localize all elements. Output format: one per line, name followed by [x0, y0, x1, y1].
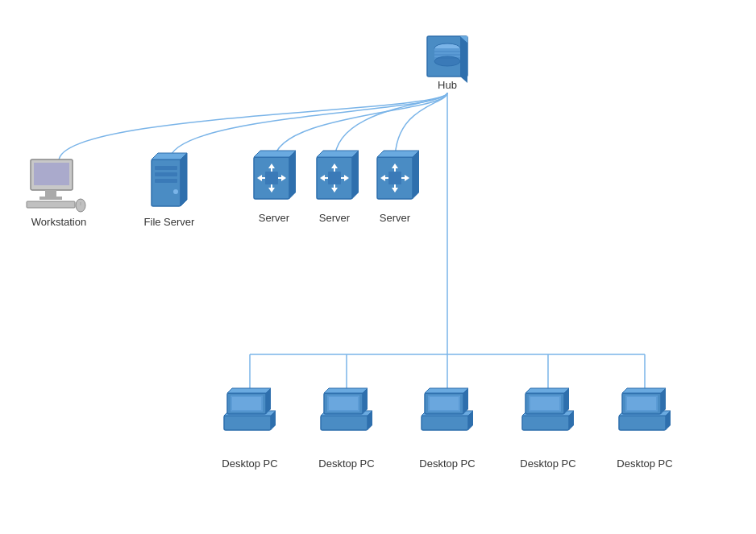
svg-marker-44 [377, 151, 419, 157]
svg-marker-18 [181, 153, 187, 206]
desktop5-node[interactable] [619, 388, 671, 430]
desktop3-label: Desktop PC [419, 457, 475, 470]
desktop1-label: Desktop PC [222, 457, 277, 470]
server1-label: Server [259, 212, 290, 224]
svg-rect-77 [522, 416, 569, 430]
svg-point-22 [173, 189, 178, 194]
svg-rect-20 [155, 172, 177, 176]
server2-label: Server [319, 212, 351, 224]
svg-marker-34 [317, 151, 359, 157]
svg-marker-35 [352, 151, 359, 199]
svg-rect-12 [39, 197, 62, 200]
svg-rect-10 [34, 163, 69, 185]
svg-rect-85 [619, 416, 666, 430]
svg-rect-13 [27, 201, 75, 208]
hub-label: Hub [438, 79, 457, 91]
svg-rect-61 [321, 416, 368, 430]
svg-rect-19 [155, 166, 177, 170]
svg-marker-81 [525, 388, 569, 393]
svg-rect-76 [430, 397, 459, 410]
svg-rect-92 [627, 397, 656, 410]
desktop4-label: Desktop PC [520, 457, 575, 470]
server3-label: Server [380, 212, 411, 224]
svg-rect-52 [388, 172, 401, 184]
fileserver-label: File Server [144, 216, 196, 228]
desktop1-node[interactable] [224, 388, 276, 430]
svg-marker-45 [413, 151, 419, 199]
svg-marker-24 [254, 151, 296, 157]
svg-rect-21 [155, 179, 177, 183]
desktop2-label: Desktop PC [318, 457, 374, 470]
svg-rect-69 [422, 416, 468, 430]
svg-rect-32 [265, 172, 278, 184]
svg-rect-84 [530, 397, 559, 410]
svg-rect-11 [45, 190, 56, 197]
desktop4-node[interactable] [522, 388, 574, 430]
svg-marker-73 [425, 388, 468, 393]
desktop2-node[interactable] [321, 388, 372, 430]
fileserver-node[interactable] [152, 153, 187, 206]
desktop5-label: Desktop PC [617, 457, 672, 470]
network-diagram: Hub Workstation File Server [0, 0, 756, 534]
svg-marker-7 [460, 36, 467, 83]
svg-rect-60 [232, 397, 261, 410]
svg-rect-53 [224, 416, 271, 430]
desktop3-node[interactable] [422, 388, 473, 430]
svg-marker-25 [289, 151, 296, 199]
svg-rect-68 [329, 397, 358, 410]
workstation-label: Workstation [31, 216, 86, 228]
server3-node[interactable] [377, 151, 419, 199]
server2-node[interactable] [317, 151, 359, 199]
workstation-node[interactable] [27, 159, 85, 212]
svg-marker-65 [324, 388, 368, 393]
svg-marker-57 [227, 388, 271, 393]
svg-marker-89 [622, 388, 666, 393]
server1-node[interactable] [254, 151, 296, 199]
hub-node[interactable] [427, 36, 467, 83]
svg-rect-42 [328, 172, 341, 184]
